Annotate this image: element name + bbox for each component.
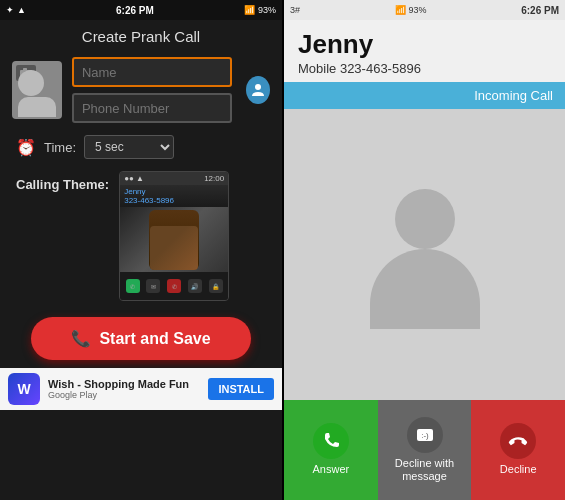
phone-input[interactable] [72,93,232,123]
call-actions: Answer :-) Decline with message Decline [284,400,565,500]
caller-number: Mobile 323-463-5896 [298,61,551,76]
avatar-body [370,249,480,329]
time-select[interactable]: 5 sec 10 sec 15 sec 30 sec [84,135,174,159]
svg-point-3 [255,84,261,90]
theme-label: Calling Theme: [16,177,109,192]
ad-sub: Google Play [48,390,200,400]
decline-msg-icon: :-) [407,417,443,453]
preview-answer-btn: ✆ [126,279,140,293]
theme-preview[interactable]: ●● ▲ 12:00 Jenny 323-463-5896 ✆ ✉ ✆ 🔊 🔒 [119,171,229,301]
start-save-button[interactable]: 📞 Start and Save [31,317,250,360]
notifications-icon: ▲ [17,5,26,15]
ad-text: Wish - Shopping Made Fun Google Play [48,378,200,400]
decline-label: Decline [500,463,537,476]
preview-caller-name: Jenny [124,187,224,196]
left-signal-icons: 📶 93% [244,5,276,15]
ad-banner: W Wish - Shopping Made Fun Google Play I… [0,368,282,410]
answer-icon [313,423,349,459]
alarm-icon: ⏰ [16,138,36,157]
right-panel: 3# 📶 93% 6:26 PM Jenny Mobile 323-463-58… [284,0,565,500]
theme-preview-statusbar: ●● ▲ 12:00 [120,172,228,185]
preview-msg-btn: ✉ [146,279,160,293]
signal-icon: 📶 [244,5,255,15]
dropbox-icon: ✦ [6,5,14,15]
left-panel: ✦ ▲ 6:26 PM 📶 93% Create Prank Call [0,0,282,500]
theme-section: Calling Theme: ●● ▲ 12:00 Jenny 323-463-… [0,165,282,307]
caller-name: Jenny [298,30,551,59]
caller-info: Jenny Mobile 323-463-5896 [284,20,565,82]
preview-decline-btn: ✆ [167,279,181,293]
preview-time: 12:00 [204,174,224,183]
svg-text::-): :-) [421,431,429,440]
contact-avatar-area [284,109,565,400]
page-title: Create Prank Call [0,20,282,51]
battery-label: 93% [258,5,276,15]
preview-vol-btn: 🔊 [188,279,202,293]
start-save-label: Start and Save [99,330,210,348]
right-signal-icon: 📶 [395,5,406,15]
preview-lock-btn: 🔒 [209,279,223,293]
right-carrier: 3# [290,5,300,15]
answer-label: Answer [312,463,349,476]
theme-preview-caller: Jenny 323-463-5896 [120,185,228,207]
start-btn-wrap: 📞 Start and Save [0,307,282,368]
avatar-head [395,189,455,249]
ad-logo: W [8,373,40,405]
ad-title: Wish - Shopping Made Fun [48,378,200,390]
incoming-label: Incoming Call [474,88,553,103]
preview-caller-num: 323-463-5896 [124,196,224,205]
install-button[interactable]: INSTALL [208,378,274,400]
left-status-icons: ✦ ▲ [6,5,26,15]
photo-box[interactable] [12,61,62,119]
right-time: 6:26 PM [521,5,559,16]
phone-icon: 📞 [71,329,91,348]
incoming-call-banner: Incoming Call [284,82,565,109]
inputs-column [72,57,232,123]
preview-carrier: ●● ▲ [124,174,144,183]
photo-row [0,51,282,129]
theme-preview-image [120,207,228,272]
decline-icon [500,423,536,459]
answer-button[interactable]: Answer [284,400,378,500]
left-status-bar: ✦ ▲ 6:26 PM 📶 93% [0,0,282,20]
time-row: ⏰ Time: 5 sec 10 sec 15 sec 30 sec [0,129,282,165]
decline-message-button[interactable]: :-) Decline with message [378,400,472,500]
right-status-bar: 3# 📶 93% 6:26 PM [284,0,565,20]
theme-preview-actions: ✆ ✉ ✆ 🔊 🔒 [120,272,228,300]
decline-button[interactable]: Decline [471,400,565,500]
name-input[interactable] [72,57,232,87]
right-status-icons: 📶 93% [395,5,427,15]
left-time: 6:26 PM [116,5,154,16]
contact-picker-icon[interactable] [246,76,270,104]
contact-avatar [365,179,485,329]
right-battery: 93% [409,5,427,15]
time-label: Time: [44,140,76,155]
decline-msg-label: Decline with message [382,457,468,483]
